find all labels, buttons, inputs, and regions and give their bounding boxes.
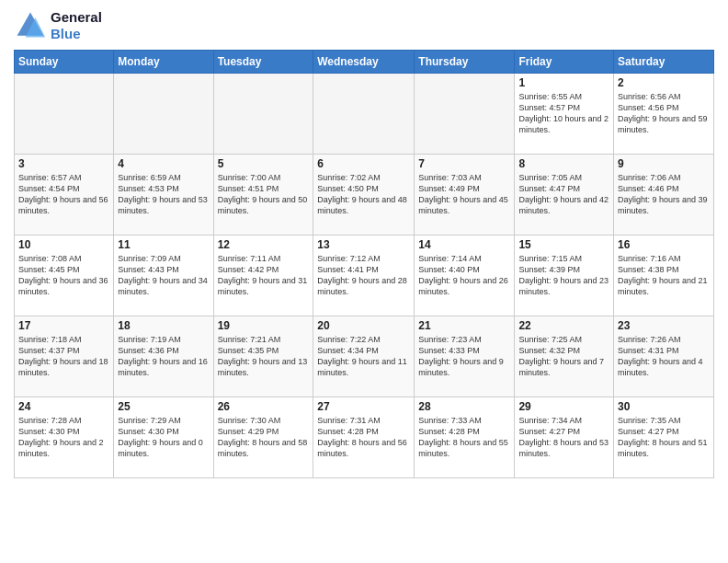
calendar-week-row: 10Sunrise: 7:08 AM Sunset: 4:45 PM Dayli… [15, 236, 714, 316]
day-number: 4 [118, 157, 209, 170]
calendar-week-row: 17Sunrise: 7:18 AM Sunset: 4:37 PM Dayli… [15, 316, 714, 397]
calendar-header-saturday: Saturday [614, 51, 714, 74]
day-info: Sunrise: 7:33 AM Sunset: 4:28 PM Dayligh… [418, 415, 510, 460]
day-info: Sunrise: 7:18 AM Sunset: 4:37 PM Dayligh… [18, 334, 109, 379]
calendar-cell: 6Sunrise: 7:02 AM Sunset: 4:50 PM Daylig… [313, 155, 415, 236]
calendar-cell: 1Sunrise: 6:55 AM Sunset: 4:57 PM Daylig… [515, 74, 614, 155]
day-number: 10 [18, 238, 109, 251]
calendar-cell: 21Sunrise: 7:23 AM Sunset: 4:33 PM Dayli… [415, 316, 515, 397]
day-info: Sunrise: 7:34 AM Sunset: 4:27 PM Dayligh… [518, 415, 609, 460]
calendar-week-row: 1Sunrise: 6:55 AM Sunset: 4:57 PM Daylig… [15, 74, 714, 155]
calendar-week-row: 24Sunrise: 7:28 AM Sunset: 4:30 PM Dayli… [15, 397, 714, 478]
calendar-cell: 12Sunrise: 7:11 AM Sunset: 4:42 PM Dayli… [213, 236, 313, 316]
day-number: 19 [218, 319, 310, 332]
calendar-cell [313, 74, 415, 155]
day-number: 22 [518, 319, 609, 332]
day-number: 24 [18, 400, 109, 413]
calendar-cell: 14Sunrise: 7:14 AM Sunset: 4:40 PM Dayli… [415, 236, 515, 316]
calendar-cell: 16Sunrise: 7:16 AM Sunset: 4:38 PM Dayli… [614, 236, 714, 316]
day-number: 18 [118, 319, 209, 332]
calendar-cell: 2Sunrise: 6:56 AM Sunset: 4:56 PM Daylig… [614, 74, 714, 155]
calendar-header-row: SundayMondayTuesdayWednesdayThursdayFrid… [15, 51, 714, 74]
day-info: Sunrise: 7:31 AM Sunset: 4:28 PM Dayligh… [317, 415, 410, 460]
day-info: Sunrise: 7:14 AM Sunset: 4:40 PM Dayligh… [418, 253, 510, 298]
day-number: 27 [317, 400, 410, 413]
calendar-cell: 22Sunrise: 7:25 AM Sunset: 4:32 PM Dayli… [515, 316, 614, 397]
calendar-cell: 8Sunrise: 7:05 AM Sunset: 4:47 PM Daylig… [515, 155, 614, 236]
calendar-cell: 9Sunrise: 7:06 AM Sunset: 4:46 PM Daylig… [614, 155, 714, 236]
day-number: 25 [118, 400, 209, 413]
day-number: 9 [618, 157, 710, 170]
day-number: 20 [317, 319, 410, 332]
day-info: Sunrise: 6:55 AM Sunset: 4:57 PM Dayligh… [518, 91, 609, 136]
day-info: Sunrise: 7:26 AM Sunset: 4:31 PM Dayligh… [618, 334, 710, 379]
day-info: Sunrise: 6:57 AM Sunset: 4:54 PM Dayligh… [18, 172, 109, 217]
day-info: Sunrise: 7:21 AM Sunset: 4:35 PM Dayligh… [218, 334, 310, 379]
calendar-cell: 29Sunrise: 7:34 AM Sunset: 4:27 PM Dayli… [515, 397, 614, 478]
day-number: 28 [418, 400, 510, 413]
calendar-cell: 13Sunrise: 7:12 AM Sunset: 4:41 PM Dayli… [313, 236, 415, 316]
day-info: Sunrise: 7:11 AM Sunset: 4:42 PM Dayligh… [218, 253, 310, 298]
day-info: Sunrise: 7:05 AM Sunset: 4:47 PM Dayligh… [518, 172, 609, 217]
calendar-header-monday: Monday [114, 51, 213, 74]
day-info: Sunrise: 7:22 AM Sunset: 4:34 PM Dayligh… [317, 334, 410, 379]
day-info: Sunrise: 7:06 AM Sunset: 4:46 PM Dayligh… [618, 172, 710, 217]
day-info: Sunrise: 7:23 AM Sunset: 4:33 PM Dayligh… [418, 334, 510, 379]
calendar-header-friday: Friday [515, 51, 614, 74]
calendar-cell: 30Sunrise: 7:35 AM Sunset: 4:27 PM Dayli… [614, 397, 714, 478]
day-number: 6 [317, 157, 410, 170]
calendar-cell: 5Sunrise: 7:00 AM Sunset: 4:51 PM Daylig… [213, 155, 313, 236]
day-info: Sunrise: 7:09 AM Sunset: 4:43 PM Dayligh… [118, 253, 209, 298]
day-number: 29 [518, 400, 609, 413]
day-info: Sunrise: 6:56 AM Sunset: 4:56 PM Dayligh… [618, 91, 710, 136]
day-info: Sunrise: 7:25 AM Sunset: 4:32 PM Dayligh… [518, 334, 609, 379]
calendar-cell: 20Sunrise: 7:22 AM Sunset: 4:34 PM Dayli… [313, 316, 415, 397]
logo-text: General Blue [51, 9, 102, 42]
calendar-cell: 28Sunrise: 7:33 AM Sunset: 4:28 PM Dayli… [415, 397, 515, 478]
day-info: Sunrise: 7:08 AM Sunset: 4:45 PM Dayligh… [18, 253, 109, 298]
calendar-cell: 11Sunrise: 7:09 AM Sunset: 4:43 PM Dayli… [114, 236, 213, 316]
day-info: Sunrise: 7:00 AM Sunset: 4:51 PM Dayligh… [218, 172, 310, 217]
day-info: Sunrise: 7:29 AM Sunset: 4:30 PM Dayligh… [118, 415, 209, 460]
day-number: 13 [317, 238, 410, 251]
calendar-cell: 26Sunrise: 7:30 AM Sunset: 4:29 PM Dayli… [213, 397, 313, 478]
day-number: 8 [518, 157, 609, 170]
calendar-cell: 25Sunrise: 7:29 AM Sunset: 4:30 PM Dayli… [114, 397, 213, 478]
day-number: 12 [218, 238, 310, 251]
calendar-cell: 7Sunrise: 7:03 AM Sunset: 4:49 PM Daylig… [415, 155, 515, 236]
day-number: 15 [518, 238, 609, 251]
calendar-cell: 23Sunrise: 7:26 AM Sunset: 4:31 PM Dayli… [614, 316, 714, 397]
calendar-cell [415, 74, 515, 155]
calendar-cell [15, 74, 114, 155]
calendar-cell: 17Sunrise: 7:18 AM Sunset: 4:37 PM Dayli… [15, 316, 114, 397]
calendar-week-row: 3Sunrise: 6:57 AM Sunset: 4:54 PM Daylig… [15, 155, 714, 236]
calendar-header-thursday: Thursday [415, 51, 515, 74]
calendar-cell: 24Sunrise: 7:28 AM Sunset: 4:30 PM Dayli… [15, 397, 114, 478]
page: General Blue SundayMondayTuesdayWednesda… [0, 0, 728, 563]
day-number: 16 [618, 238, 710, 251]
calendar-header-sunday: Sunday [15, 51, 114, 74]
day-info: Sunrise: 7:03 AM Sunset: 4:49 PM Dayligh… [418, 172, 510, 217]
day-number: 7 [418, 157, 510, 170]
day-info: Sunrise: 7:02 AM Sunset: 4:50 PM Dayligh… [317, 172, 410, 217]
day-number: 3 [18, 157, 109, 170]
day-number: 1 [518, 76, 609, 89]
calendar-cell [213, 74, 313, 155]
calendar-cell: 18Sunrise: 7:19 AM Sunset: 4:36 PM Dayli… [114, 316, 213, 397]
header: General Blue [14, 9, 714, 42]
calendar-cell: 4Sunrise: 6:59 AM Sunset: 4:53 PM Daylig… [114, 155, 213, 236]
day-info: Sunrise: 7:35 AM Sunset: 4:27 PM Dayligh… [618, 415, 710, 460]
day-number: 5 [218, 157, 310, 170]
logo-icon [14, 9, 47, 42]
day-info: Sunrise: 7:19 AM Sunset: 4:36 PM Dayligh… [118, 334, 209, 379]
day-number: 11 [118, 238, 209, 251]
logo: General Blue [14, 9, 102, 42]
day-info: Sunrise: 7:30 AM Sunset: 4:29 PM Dayligh… [218, 415, 310, 460]
day-number: 23 [618, 319, 710, 332]
calendar-cell: 3Sunrise: 6:57 AM Sunset: 4:54 PM Daylig… [15, 155, 114, 236]
day-info: Sunrise: 6:59 AM Sunset: 4:53 PM Dayligh… [118, 172, 209, 217]
day-number: 14 [418, 238, 510, 251]
calendar: SundayMondayTuesdayWednesdayThursdayFrid… [14, 50, 714, 478]
day-number: 26 [218, 400, 310, 413]
calendar-cell: 27Sunrise: 7:31 AM Sunset: 4:28 PM Dayli… [313, 397, 415, 478]
